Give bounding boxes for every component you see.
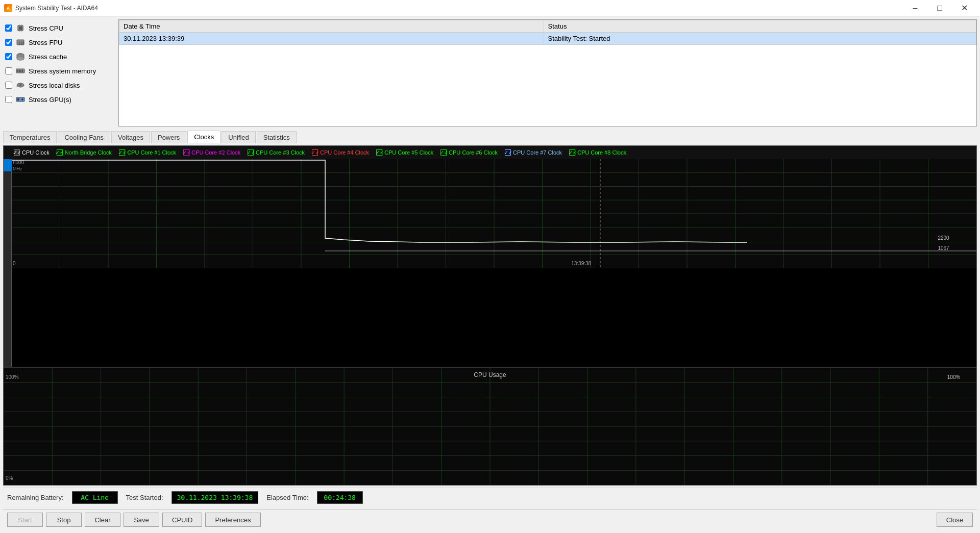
svg-text:0: 0 xyxy=(13,261,16,266)
legend-core7: ✓ CPU Core #7 Clock xyxy=(505,149,562,156)
tab-voltages[interactable]: Voltages xyxy=(111,131,150,143)
legend-core6-text: CPU Core #6 Clock xyxy=(449,149,498,156)
legend-core3-text: CPU Core #3 Clock xyxy=(256,149,305,156)
legend-cpu-clock-check[interactable]: ✓ xyxy=(14,149,20,156)
close-button[interactable]: Close xyxy=(937,513,973,527)
stress-gpu-checkbox[interactable] xyxy=(5,96,12,103)
window-title: System Stability Test - AIDA64 xyxy=(15,5,903,12)
cpuid-button[interactable]: CPUID xyxy=(162,513,202,527)
cpu-usage-chart: CPU Usage 100% 0% 100% xyxy=(4,368,976,485)
svg-rect-22 xyxy=(17,98,19,100)
col-status: Status xyxy=(544,20,976,33)
stress-cache-icon xyxy=(15,52,26,62)
svg-rect-16 xyxy=(19,70,20,72)
tab-clocks[interactable]: Clocks xyxy=(187,131,220,143)
start-button[interactable]: Start xyxy=(7,513,43,527)
svg-rect-18 xyxy=(22,70,23,72)
col-datetime: Date & Time xyxy=(119,20,544,33)
svg-text:13:39:38: 13:39:38 xyxy=(571,261,591,266)
legend-core2-text: CPU Core #2 Clock xyxy=(191,149,240,156)
tabs-section: Temperatures Cooling Fans Voltages Power… xyxy=(3,131,977,143)
legend-core4-text: CPU Core #4 Clock xyxy=(320,149,369,156)
svg-text:2200: 2200 xyxy=(938,235,949,241)
tab-statistics[interactable]: Statistics xyxy=(257,131,297,143)
clear-button[interactable]: Clear xyxy=(85,513,120,527)
stress-memory-label: Stress system memory xyxy=(29,67,96,75)
stress-item-disks[interactable]: Stress local disks xyxy=(5,79,113,92)
legend-core4-check[interactable]: ✓ xyxy=(312,149,318,156)
stress-gpu-icon xyxy=(15,94,26,105)
stop-button[interactable]: Stop xyxy=(46,513,82,527)
stress-fpu-icon: 123 xyxy=(15,37,26,47)
tab-unified[interactable]: Unified xyxy=(222,131,255,143)
preferences-button[interactable]: Preferences xyxy=(205,513,260,527)
legend-core1-check[interactable]: ✓ xyxy=(119,149,125,156)
stress-disks-checkbox[interactable] xyxy=(5,82,12,89)
legend-cpu-clock-text: CPU Clock xyxy=(22,149,50,156)
status-datetime: 30.11.2023 13:39:39 xyxy=(119,33,544,45)
stress-item-memory[interactable]: Stress system memory xyxy=(5,64,113,78)
legend-core1-text: CPU Core #1 Clock xyxy=(127,149,176,156)
clock-svg: 8000 MHz 0 2200 1067 13:39:38 xyxy=(12,159,976,268)
minimize-button[interactable]: – xyxy=(903,0,927,16)
stress-item-cpu[interactable]: Stress CPU xyxy=(5,21,113,35)
status-row: 30.11.2023 13:39:39 Stability Test: Star… xyxy=(119,33,976,45)
status-text: Stability Test: Started xyxy=(544,33,976,45)
svg-text:MHz: MHz xyxy=(13,166,22,171)
legend-core5-text: CPU Core #5 Clock xyxy=(384,149,433,156)
svg-rect-15 xyxy=(17,70,18,72)
stress-cpu-checkbox[interactable] xyxy=(5,24,12,32)
stress-item-gpu[interactable]: Stress GPU(s) xyxy=(5,93,113,106)
svg-rect-1 xyxy=(19,27,22,30)
svg-text:1067: 1067 xyxy=(938,245,949,251)
legend-core6: ✓ CPU Core #6 Clock xyxy=(440,149,498,156)
svg-rect-17 xyxy=(20,70,21,72)
close-button[interactable]: ✕ xyxy=(952,0,976,16)
legend-cpu-clock: ✓ CPU Clock xyxy=(14,149,50,156)
stress-cpu-icon xyxy=(15,23,26,33)
legend-bar: ✓ CPU Clock ✓ North Bridge Clock ✓ CPU C… xyxy=(4,146,976,159)
stress-panel: Stress CPU 123 Stress FPU Stress cache xyxy=(3,19,115,126)
legend-core8-check[interactable]: ✓ xyxy=(569,149,575,156)
test-started-value: 30.11.2023 13:39:38 xyxy=(172,491,259,504)
stress-item-cache[interactable]: Stress cache xyxy=(5,50,113,63)
stress-fpu-label: Stress FPU xyxy=(29,39,62,46)
save-button[interactable]: Save xyxy=(124,513,159,527)
stress-disks-icon xyxy=(15,80,26,90)
charts-container: ✓ CPU Clock ✓ North Bridge Clock ✓ CPU C… xyxy=(3,145,977,486)
main-container: Stress CPU 123 Stress FPU Stress cache xyxy=(0,16,980,533)
elapsed-value: 00:24:38 xyxy=(317,491,363,504)
legend-north-bridge-text: North Bridge Clock xyxy=(65,149,112,156)
tab-cooling-fans[interactable]: Cooling Fans xyxy=(58,131,110,143)
stress-fpu-checkbox[interactable] xyxy=(5,39,12,46)
legend-core3-check[interactable]: ✓ xyxy=(248,149,254,156)
stress-cache-label: Stress cache xyxy=(29,53,67,61)
tab-temperatures[interactable]: Temperatures xyxy=(3,131,57,143)
tab-powers[interactable]: Powers xyxy=(151,131,186,143)
legend-core2-check[interactable]: ✓ xyxy=(183,149,189,156)
bottom-info-strip: Remaining Battery: AC Line Test Started:… xyxy=(3,488,977,507)
legend-core4: ✓ CPU Core #4 Clock xyxy=(312,149,369,156)
cpu-usage-svg: CPU Usage 100% 0% 100% xyxy=(4,368,976,485)
svg-text:123: 123 xyxy=(18,41,24,45)
status-table: Date & Time Status 30.11.2023 13:39:39 S… xyxy=(118,19,977,126)
legend-core7-check[interactable]: ✓ xyxy=(505,149,511,156)
test-started-label: Test Started: xyxy=(126,494,163,501)
stress-item-fpu[interactable]: 123 Stress FPU xyxy=(5,36,113,49)
legend-core5-check[interactable]: ✓ xyxy=(376,149,382,156)
legend-north-bridge-check[interactable]: ✓ xyxy=(57,149,63,156)
svg-point-23 xyxy=(21,98,23,100)
legend-core6-check[interactable]: ✓ xyxy=(440,149,447,156)
window-controls: – □ ✕ xyxy=(903,0,976,16)
stress-cpu-label: Stress CPU xyxy=(29,24,63,32)
maximize-button[interactable]: □ xyxy=(928,0,951,16)
title-bar: A System Stability Test - AIDA64 – □ ✕ xyxy=(0,0,980,16)
legend-core8: ✓ CPU Core #8 Clock xyxy=(569,149,626,156)
stress-cache-checkbox[interactable] xyxy=(5,53,12,60)
clock-chart: ✓ CPU Clock ✓ North Bridge Clock ✓ CPU C… xyxy=(4,146,976,368)
button-strip: Start Stop Clear Save CPUID Preferences … xyxy=(3,509,977,530)
svg-text:0%: 0% xyxy=(6,475,13,481)
legend-north-bridge: ✓ North Bridge Clock xyxy=(57,149,112,156)
stress-memory-checkbox[interactable] xyxy=(5,67,12,74)
legend-core5: ✓ CPU Core #5 Clock xyxy=(376,149,433,156)
